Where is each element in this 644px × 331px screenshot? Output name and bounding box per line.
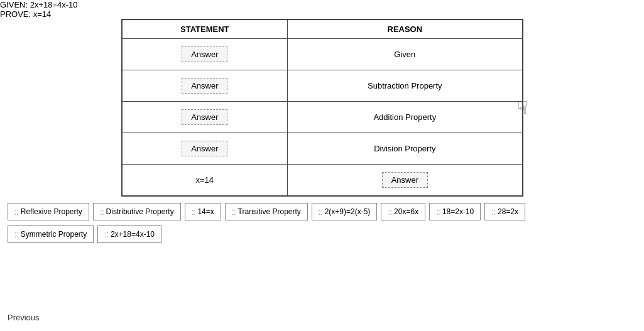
statement-text-4: x=14 — [122, 165, 288, 196]
chips-row-2: ::Symmetric Property::2x+18=4x-10 — [0, 223, 644, 248]
drag-dots: :: — [104, 229, 108, 239]
chip-20x6x[interactable]: ::20x=6x — [381, 203, 425, 220]
statement-header: STATEMENT — [122, 20, 288, 39]
chip-transitive[interactable]: ::Transitive Property — [225, 203, 308, 220]
chip-label: 2x+18=4x-10 — [111, 230, 155, 239]
chips-row-1: ::Reflexive Property::Distributive Prope… — [0, 197, 644, 223]
chip-label: Transitive Property — [238, 207, 301, 216]
given-prove: GIVEN: 2x+18=4x-10 PROVE: x=14 — [0, 0, 644, 19]
reason-text-2: Addition Property — [288, 102, 522, 133]
statement-answer-box-0[interactable]: Answer — [182, 46, 227, 62]
prove-text: PROVE: x=14 — [0, 9, 644, 19]
reason-header: REASON — [288, 20, 522, 39]
chip-distributive[interactable]: ::Distributive Property — [93, 203, 181, 220]
reason-text-3: Division Property — [288, 133, 522, 165]
chip-18-2x-10[interactable]: ::18=2x-10 — [429, 203, 481, 220]
reason-answer-box-4[interactable]: Answer — [382, 172, 428, 188]
chip-label: Distributive Property — [106, 207, 174, 216]
chip-label: 20x=6x — [394, 207, 418, 216]
chip-given-eq[interactable]: ::2x+18=4x-10 — [97, 225, 161, 243]
chip-label: 14=x — [197, 207, 214, 216]
chip-label: Symmetric Property — [21, 230, 87, 239]
chip-label: Reflexive Property — [21, 207, 82, 216]
drag-dots: :: — [14, 229, 18, 239]
chip-label: 18=2x-10 — [442, 207, 474, 216]
drag-dots: :: — [14, 207, 18, 217]
statement-answer-box-3[interactable]: Answer — [182, 141, 227, 156]
previous-button[interactable]: Previous — [8, 313, 40, 322]
drag-dots: :: — [319, 207, 322, 217]
chip-28-2x[interactable]: ::28=2x — [484, 203, 525, 220]
drag-dots: :: — [100, 207, 104, 217]
drag-dots: :: — [388, 207, 391, 217]
chip-symmetric[interactable]: ::Symmetric Property — [8, 225, 94, 243]
reason-text-1: Subtraction Property — [288, 70, 522, 102]
statement-answer-box-1[interactable]: Answer — [182, 78, 227, 94]
drag-dots: :: — [436, 207, 440, 217]
chip-reflexive[interactable]: ::Reflexive Property — [8, 203, 89, 220]
given-text: GIVEN: 2x+18=4x-10 — [0, 0, 644, 9]
chip-2x9[interactable]: ::2(x+9)=2(x-5) — [312, 203, 377, 220]
proof-table-container: STATEMENT REASON AnswerGivenAnswerSubtra… — [121, 19, 523, 197]
drag-dots: :: — [232, 207, 236, 217]
chip-label: 2(x+9)=2(x-5) — [325, 207, 371, 216]
chip-label: 28=2x — [498, 207, 518, 216]
proof-table: STATEMENT REASON AnswerGivenAnswerSubtra… — [122, 19, 523, 196]
reason-text-0: Given — [288, 39, 522, 70]
chip-14x[interactable]: ::14=x — [185, 203, 221, 220]
drag-dots: :: — [491, 207, 495, 217]
drag-dots: :: — [192, 207, 195, 217]
statement-answer-box-2[interactable]: Answer — [182, 109, 227, 125]
